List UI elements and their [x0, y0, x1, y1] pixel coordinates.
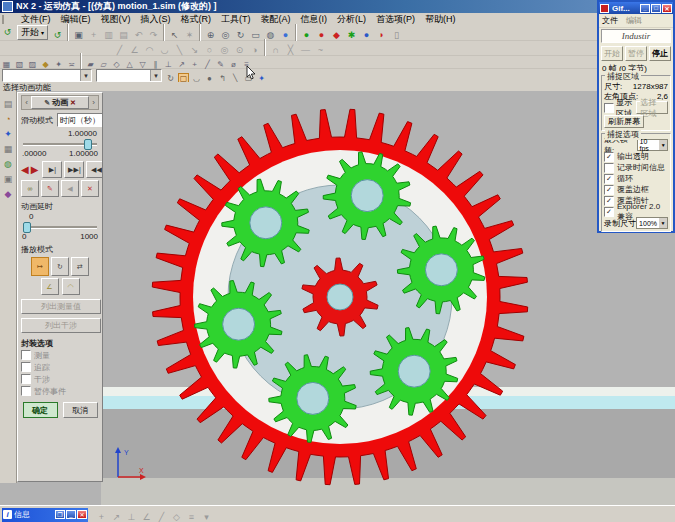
checkbox[interactable]: ✓ — [604, 196, 614, 206]
chevron-down-icon[interactable]: ▼ — [102, 114, 103, 126]
loop-mode-icon[interactable]: ↻ — [51, 257, 69, 276]
menu-item[interactable]: 分析(L) — [332, 14, 371, 24]
chevron-down-icon[interactable]: ▼ — [659, 218, 667, 228]
time-slider[interactable] — [23, 139, 97, 148]
close-icon[interactable]: ✕ — [70, 99, 76, 107]
snap-angle-icon[interactable]: ∠ — [140, 511, 153, 522]
checkbox[interactable] — [21, 350, 31, 360]
refresh-icon[interactable]: ↺ — [1, 26, 14, 39]
checkbox[interactable] — [21, 386, 31, 396]
checkbox[interactable]: ✓ — [604, 174, 614, 184]
list-measure-button[interactable]: 列出测量值 — [21, 299, 101, 314]
play-forward-button[interactable]: ▶ — [31, 162, 39, 177]
checkbox[interactable]: ✓ — [604, 207, 614, 217]
refresh-screen-button[interactable]: 刷新屏幕 — [604, 115, 644, 128]
sheet-icon[interactable]: ▯ — [390, 29, 403, 42]
restore-icon[interactable]: ❐ — [55, 510, 65, 519]
cancel-button[interactable]: 取消 — [63, 402, 98, 418]
show-region-checkbox[interactable] — [604, 103, 614, 113]
menu-item[interactable]: 编辑(E) — [56, 14, 96, 24]
close-icon[interactable]: ✕ — [77, 510, 87, 519]
snap-line-icon[interactable]: ╱ — [155, 511, 168, 522]
gear-pair-icon[interactable]: ✱ — [345, 29, 358, 42]
menu-item[interactable]: 信息(I) — [296, 14, 333, 24]
motion-body-icon[interactable]: ● — [360, 29, 373, 42]
tab-animation[interactable]: ✎ 动画 ✕ — [31, 96, 89, 109]
menu-item[interactable]: 视图(V) — [96, 14, 136, 24]
delay-slider[interactable] — [23, 222, 97, 231]
info-window-titlebar[interactable]: i 信息 ❐ _ ✕ — [2, 508, 88, 522]
add-icon[interactable]: + — [87, 29, 100, 42]
resource-roles-icon[interactable]: ▣ — [2, 173, 15, 186]
tab-nav-right-icon[interactable]: › — [89, 98, 98, 107]
title-bar[interactable]: NX 2 - 运动仿真 - [(仿真) motion_1.sim (修改的) ] — [0, 0, 675, 13]
select-region-button[interactable]: 选择区域 — [636, 101, 668, 114]
list-interference-button[interactable]: 列出干涉 — [21, 318, 101, 333]
minimize-icon[interactable]: _ — [640, 4, 650, 13]
resource-scene-icon[interactable]: ◍ — [2, 158, 15, 171]
dress-up-icon[interactable]: ◠ — [62, 278, 80, 295]
record-size-combo[interactable]: 100% ▼ — [636, 217, 668, 229]
snap-more-icon[interactable]: ▾ — [200, 511, 213, 522]
snap-list-icon[interactable]: ≡ — [185, 511, 198, 522]
fast-forward-icon[interactable]: ▶▶| — [64, 161, 84, 178]
gif-stop-button[interactable]: 停止 — [649, 46, 671, 61]
ok-button[interactable]: 确定 — [23, 402, 58, 418]
export-edit-icon[interactable]: ✎ — [41, 180, 59, 197]
gif-title-bar[interactable]: Gif... _ □ ✕ — [599, 2, 673, 14]
swing-mode-icon[interactable]: ⇄ — [71, 257, 89, 276]
step-back-icon[interactable]: ◀◀ — [86, 161, 103, 178]
gif-pause-button[interactable]: 暂停 — [625, 46, 647, 61]
menu-item[interactable]: 格式(R) — [176, 14, 217, 24]
time-slider-thumb[interactable] — [84, 139, 92, 150]
minimize-icon[interactable]: _ — [66, 510, 76, 519]
delete-icon[interactable]: ✕ — [81, 180, 99, 197]
checkbox[interactable]: ✓ — [604, 152, 614, 162]
step-forward-icon[interactable]: ▶| — [42, 161, 62, 178]
resource-navigator-icon[interactable]: ▤ — [2, 98, 15, 111]
curve-icon[interactable]: ◗ — [375, 29, 388, 42]
menu-item[interactable]: 装配(A) — [256, 14, 296, 24]
play-reverse-button[interactable]: ◀ — [21, 162, 29, 177]
play-once-mode-icon[interactable]: ↦ — [31, 257, 49, 276]
menu-item[interactable]: 工具(T) — [216, 14, 256, 24]
snap-endpoint-icon[interactable]: ↗ — [110, 511, 123, 522]
checkbox[interactable] — [21, 374, 31, 384]
filter-combo[interactable]: ▼ — [96, 69, 162, 82]
previous-frame-icon[interactable]: ◀ — [61, 180, 79, 197]
tab-nav-left-icon[interactable]: ‹ — [22, 98, 31, 107]
snap-midpoint-icon[interactable]: ◇ — [170, 511, 183, 522]
chevron-down-icon[interactable]: ▼ — [659, 140, 667, 150]
checkbox[interactable] — [604, 163, 614, 173]
menu-item[interactable]: 帮助(H) — [420, 14, 461, 24]
save-icon[interactable]: ▣ — [72, 29, 85, 42]
gif-start-button[interactable]: 开始 — [601, 46, 623, 61]
start-button[interactable]: 开始 ▾ — [17, 25, 48, 40]
resource-palette-icon[interactable]: ◆ — [2, 188, 15, 201]
resource-history-icon[interactable]: ◔ — [2, 113, 15, 126]
menu-item[interactable]: 文件(F) — [16, 14, 56, 24]
resource-assembly-icon[interactable]: ✦ — [2, 128, 15, 141]
fps-combo[interactable]: 10 fps ▼ — [637, 139, 669, 151]
resource-web-icon[interactable]: ▦ — [2, 143, 15, 156]
close-icon[interactable]: ✕ — [662, 4, 672, 13]
chevron-down-icon[interactable]: ▼ — [150, 70, 161, 81]
checkbox[interactable] — [21, 362, 31, 372]
articulation-icon[interactable]: ∠ — [41, 278, 59, 295]
gif-menu-edit[interactable]: 编辑 — [626, 15, 642, 26]
refresh-icon[interactable]: ↺ — [51, 29, 64, 42]
checkbox[interactable]: ✓ — [604, 185, 614, 195]
graphics-viewport[interactable] — [101, 91, 675, 505]
maximize-icon[interactable]: □ — [651, 4, 661, 13]
snap-point-icon[interactable]: + — [95, 511, 108, 522]
chevron-down-icon[interactable]: ▼ — [80, 70, 91, 81]
menu-item[interactable]: 插入(S) — [136, 14, 176, 24]
gif-menu-file[interactable]: 文件 — [602, 15, 618, 26]
marker-icon[interactable]: ◆ — [330, 29, 343, 42]
delay-slider-thumb[interactable] — [23, 222, 31, 233]
export-link-icon[interactable]: ∞ — [21, 180, 39, 197]
slide-mode-combo[interactable]: 时间（秒） ▼ — [57, 113, 103, 127]
selection-scope-combo[interactable]: ▼ — [2, 69, 92, 82]
snap-perpendicular-icon[interactable]: ⊥ — [125, 511, 138, 522]
menu-item[interactable]: 首选项(P) — [371, 14, 420, 24]
